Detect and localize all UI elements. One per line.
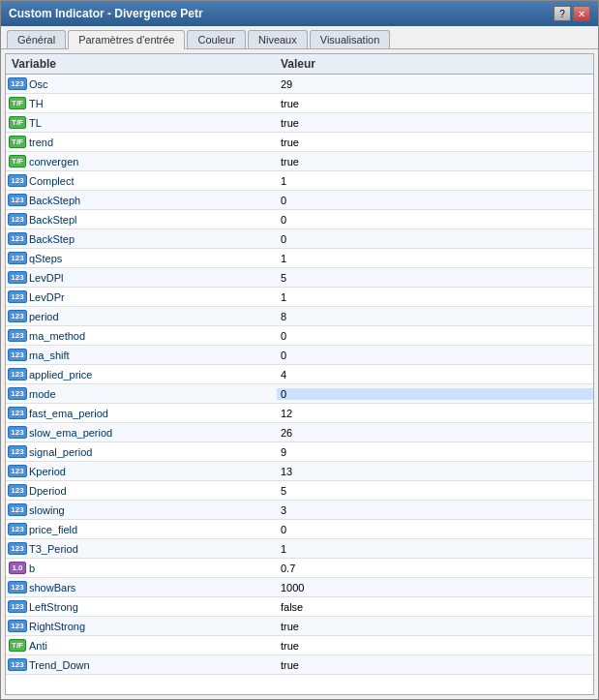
table-row[interactable]: 123price_field0 [6,520,593,539]
int-icon: 123 [8,77,26,90]
table-row[interactable]: T/Fconvergentrue [6,152,593,171]
row-variable-name: BackStepl [29,214,277,226]
row-variable-name: Complect [29,175,277,187]
title-bar-buttons: ? ✕ [554,6,590,21]
table-row[interactable]: T/Ftrendtrue [6,133,593,152]
row-variable-name: mode [29,388,277,400]
tab-visualisation[interactable]: Visualisation [310,30,391,48]
tab-parametres[interactable]: Paramètres d'entrée [68,30,185,49]
row-variable-value: true [277,98,593,109]
int-icon: 123 [8,368,26,380]
int-icon: 123 [8,445,26,458]
table-row[interactable]: 123slow_ema_period26 [6,423,593,442]
table-row[interactable]: 123signal_period9 [6,442,593,462]
int-icon: 123 [8,600,26,613]
row-variable-value: 5 [277,272,593,284]
close-button[interactable]: ✕ [573,6,590,21]
int-icon: 123 [8,290,26,303]
table-row[interactable]: 123Trend_Downtrue [6,655,593,675]
table-row[interactable]: 123Osc29 [6,75,593,94]
bool-icon: T/F [9,136,26,148]
row-variable-value: 9 [277,446,593,458]
table-row[interactable]: 123ma_shift0 [6,346,593,365]
row-variable-value: true [277,621,593,632]
table-row[interactable]: 123LevDPr1 [6,288,593,307]
table-row[interactable]: 1.0b0.7 [6,559,593,578]
row-variable-value: 26 [277,427,593,439]
table-row[interactable]: 123showBars1000 [6,578,593,597]
row-variable-value: 1 [277,175,593,187]
header-valeur: Valeur [277,57,593,71]
table-row[interactable]: 123ma_method0 [6,326,593,346]
tabs-row: Général Paramètres d'entrée Couleur Nive… [1,26,598,49]
row-variable-name: slow_ema_period [29,427,277,439]
row-variable-value: 0 [277,330,593,342]
tab-general[interactable]: Général [7,30,66,48]
table-row[interactable]: 123Kperiod13 [6,462,593,481]
int-icon: 123 [8,484,26,497]
table-row[interactable]: 123mode0 [6,384,593,404]
int-icon: 123 [8,465,26,477]
row-variable-name: ma_shift [29,350,277,361]
table-header: Variable Valeur [6,54,593,75]
int-icon: 123 [8,387,26,400]
row-variable-name: LevDPl [29,272,277,284]
row-variable-value: true [277,117,593,129]
row-variable-name: TL [29,117,277,129]
tab-couleur[interactable]: Couleur [187,30,246,48]
row-variable-name: LeftStrong [29,601,277,613]
help-button[interactable]: ? [554,6,571,21]
table-row[interactable]: 123applied_price4 [6,365,593,384]
table-row[interactable]: 123Dperiod5 [6,481,593,501]
table-row[interactable]: 123period8 [6,307,593,326]
table-row[interactable]: 123Complect1 [6,171,593,191]
table-row[interactable]: 123BackStepl0 [6,210,593,229]
table-row[interactable]: 123fast_ema_period12 [6,404,593,423]
table-row[interactable]: 123BackSteph0 [6,191,593,210]
row-variable-value: 5 [277,485,593,497]
table-row[interactable]: 123LeftStrongfalse [6,597,593,617]
row-variable-name: LevDPr [29,291,277,303]
table-row[interactable]: 123LevDPl5 [6,268,593,288]
row-variable-value: 1 [277,543,593,555]
table-row[interactable]: T/FTLtrue [6,113,593,133]
row-variable-value: true [277,659,593,671]
table-row[interactable]: 123RightStrongtrue [6,617,593,636]
int-icon: 123 [8,426,26,439]
row-variable-name: RightStrong [29,621,277,632]
table-row[interactable]: T/FTHtrue [6,94,593,113]
bool-icon: T/F [9,97,26,109]
double-icon: 1.0 [9,562,25,574]
row-variable-value: 0 [277,233,593,245]
row-variable-name: trend [29,137,277,148]
row-variable-value: 8 [277,311,593,322]
bool-icon: T/F [9,116,26,129]
row-variable-name: Trend_Down [29,659,277,671]
row-variable-name: Kperiod [29,466,277,477]
int-icon: 123 [8,349,26,361]
int-icon: 123 [8,407,26,419]
row-variable-name: T3_Period [29,543,277,555]
int-icon: 123 [8,213,26,226]
row-variable-value: true [277,640,593,652]
row-variable-name: period [29,311,277,322]
int-icon: 123 [8,658,26,671]
table-row[interactable]: 123slowing3 [6,501,593,520]
table-row[interactable]: T/FAntitrue [6,636,593,655]
row-variable-name: BackSteph [29,195,277,206]
tab-niveaux[interactable]: Niveaux [248,30,308,48]
table-scroll-area[interactable]: 123Osc29T/FTHtrueT/FTLtrueT/FtrendtrueT/… [6,75,593,694]
row-variable-value: 1 [277,291,593,303]
row-variable-value: 12 [277,408,593,419]
table-row[interactable]: 123BackStep0 [6,229,593,249]
table-row[interactable]: 123T3_Period1 [6,539,593,559]
tab-content: Variable Valeur 123Osc29T/FTHtrueT/FTLtr… [1,49,598,699]
int-icon: 123 [8,194,26,206]
row-variable-name: ma_method [29,330,277,342]
int-icon: 123 [8,329,26,342]
row-variable-value: 4 [277,369,593,380]
table-row[interactable]: 123qSteps1 [6,249,593,268]
row-variable-name: applied_price [29,369,277,380]
row-variable-value: 29 [277,78,593,90]
row-variable-value: true [277,137,593,148]
